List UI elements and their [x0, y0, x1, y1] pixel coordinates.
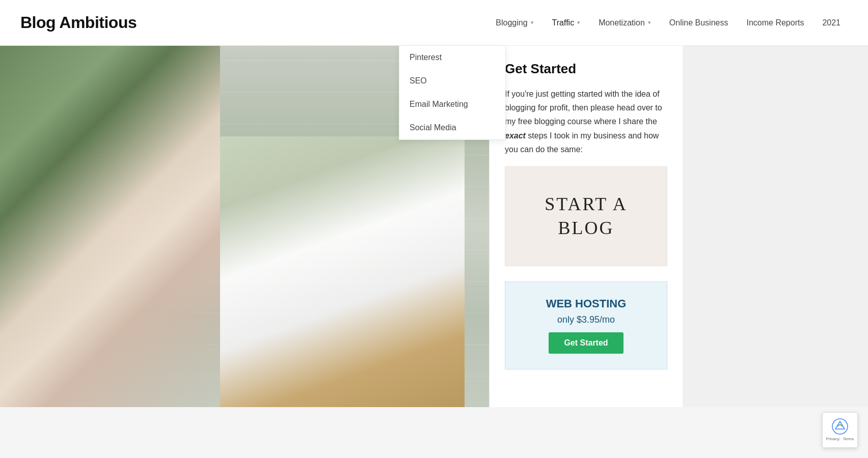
get-started-text-part1: If you're just getting started with the … — [505, 90, 662, 126]
traffic-dropdown: Pinterest SEO Email Marketing Social Med… — [399, 46, 506, 140]
nav-online-business[interactable]: Online Business — [662, 14, 736, 32]
main-nav: Blogging ▾ Traffic ▾ Monetization ▾ Onli… — [489, 14, 848, 32]
get-started-text: If you're just getting started with the … — [505, 87, 667, 156]
nav-traffic[interactable]: Traffic ▾ — [545, 14, 588, 32]
flower-overlay — [0, 46, 220, 407]
chevron-down-icon: ▾ — [531, 19, 534, 26]
nav-blogging-label: Blogging — [496, 18, 527, 27]
start-blog-cta[interactable]: START A BLOG — [505, 166, 667, 266]
clipboard-overlay — [220, 136, 465, 408]
site-title[interactable]: Blog Ambitious — [20, 13, 137, 32]
dropdown-item-seo[interactable]: SEO — [399, 69, 505, 93]
nav-blogging[interactable]: Blogging ▾ — [489, 14, 540, 32]
chevron-down-icon: ▾ — [648, 19, 651, 26]
dropdown-item-pinterest[interactable]: Pinterest — [399, 46, 505, 69]
get-started-title: Get Started — [505, 61, 667, 77]
dropdown-item-email-marketing[interactable]: Email Marketing — [399, 93, 505, 116]
hosting-title: WEB HOSTING — [516, 297, 657, 310]
dropdown-item-social-media[interactable]: Social Media — [399, 116, 505, 139]
hosting-price: only $3.95/mo — [516, 314, 657, 325]
nav-traffic-label: Traffic — [552, 18, 575, 27]
nav-income-reports[interactable]: Income Reports — [739, 14, 811, 32]
sidebar: Get Started If you're just getting start… — [489, 46, 683, 407]
nav-monetization[interactable]: Monetization ▾ — [591, 14, 658, 32]
site-header: Blog Ambitious Blogging ▾ Traffic ▾ Mone… — [0, 0, 868, 46]
nav-income-reports-label: Income Reports — [746, 18, 804, 27]
nav-monetization-label: Monetization — [599, 18, 645, 27]
start-blog-text: START A BLOG — [545, 192, 627, 240]
chevron-down-icon: ▾ — [577, 19, 580, 26]
nav-online-business-label: Online Business — [669, 18, 728, 27]
nav-2021-label: 2021 — [822, 18, 840, 27]
get-started-text-italic: exact — [505, 131, 526, 140]
hosting-cta-button[interactable]: Get Started — [549, 332, 623, 354]
hosting-banner: WEB HOSTING only $3.95/mo Get Started — [505, 281, 667, 369]
nav-2021[interactable]: 2021 — [815, 14, 848, 32]
get-started-text-part2: steps I took in my business and how you … — [505, 131, 659, 154]
